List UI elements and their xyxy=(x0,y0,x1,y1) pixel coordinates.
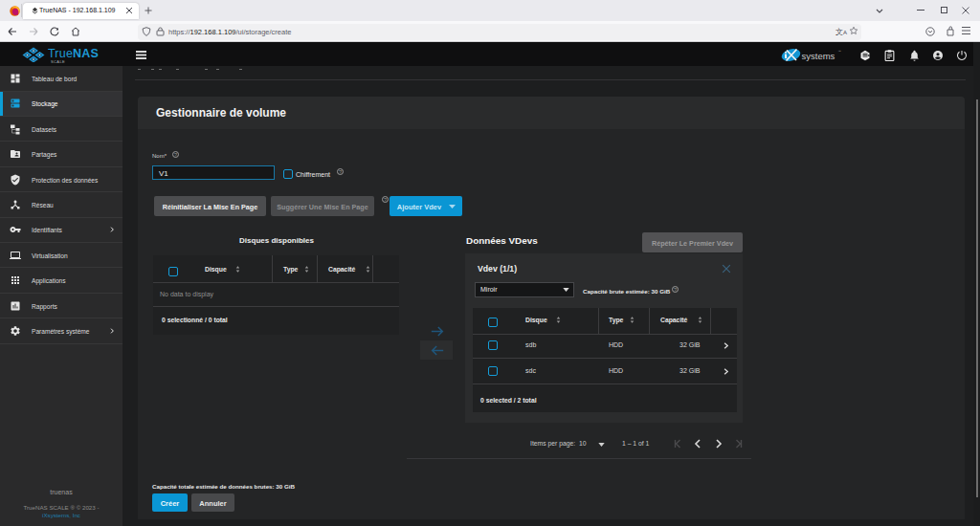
svg-text:systems: systems xyxy=(802,51,835,61)
svg-text:™: ™ xyxy=(838,50,842,54)
